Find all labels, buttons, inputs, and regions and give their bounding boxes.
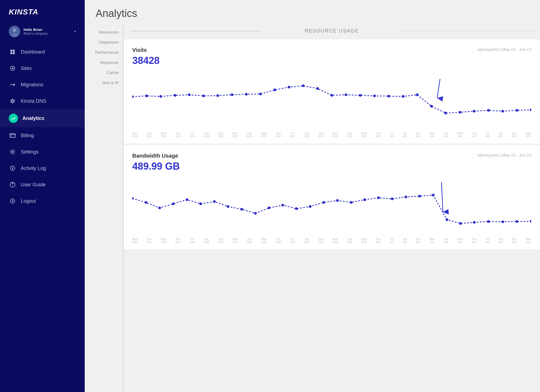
- header-divider-right: [402, 31, 533, 31]
- svg-point-63: [418, 195, 421, 198]
- svg-point-43: [145, 201, 147, 204]
- sub-nav-item-resources[interactable]: Resources: [85, 27, 123, 37]
- x-label: Tue5/22: [247, 238, 252, 244]
- sidebar-item-settings[interactable]: Settings: [0, 144, 85, 160]
- dns-icon: [9, 97, 16, 105]
- svg-point-15: [159, 95, 162, 98]
- x-label: Thu5/24: [275, 132, 281, 138]
- sites-icon: [9, 64, 16, 72]
- svg-point-33: [416, 93, 419, 96]
- sidebar-item-label: Dashboard: [21, 49, 45, 55]
- sidebar-item-label: Activity Log: [21, 166, 46, 171]
- x-label: Sun6/3: [416, 132, 421, 138]
- sub-nav-item-response[interactable]: Response: [85, 57, 123, 67]
- sub-nav-item-geo-ip[interactable]: Geo & IP: [85, 78, 123, 88]
- x-label: Fri6/8: [486, 238, 489, 244]
- svg-point-60: [377, 196, 380, 199]
- x-label: Sat6/2: [403, 238, 407, 244]
- x-label: Sun5/27: [318, 238, 324, 244]
- sidebar-item-logout[interactable]: Logout: [0, 193, 85, 209]
- sidebar-item-kinsta-dns[interactable]: Kinsta DNS: [0, 93, 85, 109]
- svg-point-67: [473, 221, 476, 224]
- x-label: Mon6/11: [526, 132, 531, 138]
- svg-rect-5: [10, 134, 15, 137]
- user-section[interactable]: Hello Brian Brian's company ▾: [0, 23, 85, 44]
- svg-point-52: [268, 207, 270, 209]
- svg-point-62: [404, 196, 407, 198]
- sub-nav-item-cache[interactable]: Cache: [85, 67, 123, 78]
- visits-chart-value: 38428: [132, 55, 531, 66]
- x-label: Thu6/7: [472, 132, 477, 138]
- resource-usage-title: RESOURCE USAGE: [266, 28, 397, 34]
- svg-point-17: [188, 93, 190, 96]
- svg-point-7: [12, 151, 13, 153]
- sidebar-item-migrations[interactable]: Migrations: [0, 76, 85, 93]
- svg-point-27: [330, 94, 333, 97]
- svg-rect-6: [11, 136, 12, 136]
- x-label: Mon5/14: [132, 238, 137, 244]
- svg-point-45: [172, 202, 175, 205]
- x-label: Fri6/1: [390, 238, 394, 244]
- svg-point-71: [530, 220, 531, 223]
- x-label: Sat5/19: [204, 238, 209, 244]
- x-label: Mon6/4: [430, 132, 435, 138]
- svg-point-25: [302, 84, 305, 87]
- x-label: Wed5/23: [261, 238, 266, 244]
- x-label: Tue5/29: [347, 132, 352, 138]
- sidebar-item-dashboard[interactable]: Dashboard: [0, 44, 85, 60]
- svg-point-58: [350, 201, 353, 204]
- user-guide-icon: [9, 181, 16, 188]
- sidebar-item-sites[interactable]: Sites: [0, 60, 85, 76]
- svg-point-20: [231, 93, 233, 96]
- x-label: Mon5/21: [233, 132, 238, 138]
- bandwidth-x-labels: Mon5/14 Tue5/15 Wed5/16 Thu5/17 Fri5/18 …: [132, 238, 531, 244]
- visits-chart-header: Visits wpcoupons | May 13 - Jun 12: [132, 47, 531, 53]
- x-label: Mon5/14: [132, 132, 137, 138]
- sub-nav-item-performance[interactable]: Performance: [85, 47, 123, 57]
- sidebar-item-user-guide[interactable]: User Guide: [0, 176, 85, 193]
- bandwidth-chart-card: Bandwidth Usage wpcoupons | May 13 - Jun…: [124, 145, 540, 249]
- x-label: Thu5/31: [376, 132, 381, 138]
- user-greeting: Hello Brian: [24, 28, 71, 32]
- x-label: Tue5/29: [347, 238, 352, 244]
- bandwidth-chart-value: 489.99 GB: [132, 161, 531, 172]
- svg-point-50: [240, 208, 243, 211]
- x-label: Wed5/30: [361, 238, 367, 244]
- main-nav: Dashboard Sites Migrations: [0, 44, 85, 392]
- x-label: Thu6/7: [472, 238, 477, 244]
- x-label: Mon5/21: [233, 238, 238, 244]
- bandwidth-chart-subtitle: wpcoupons | May 13 - Jun 12: [478, 153, 531, 157]
- x-label: Thu5/17: [175, 238, 181, 244]
- svg-point-37: [473, 110, 476, 113]
- sidebar-item-billing[interactable]: Billing: [0, 127, 85, 144]
- x-label: Tue5/22: [247, 132, 252, 138]
- svg-point-61: [391, 198, 394, 200]
- svg-point-31: [387, 95, 390, 98]
- svg-point-40: [516, 109, 518, 112]
- sidebar-item-analytics[interactable]: Analytics: [0, 109, 85, 127]
- svg-point-28: [345, 93, 347, 96]
- svg-point-21: [245, 93, 248, 96]
- sub-nav-item-dispersion[interactable]: Dispersion: [85, 37, 123, 47]
- sidebar-item-label: Kinsta DNS: [21, 98, 46, 104]
- x-label: Sat6/2: [403, 132, 407, 138]
- visits-chart-subtitle: wpcoupons | May 13 - Jun 12: [478, 47, 531, 52]
- bandwidth-chart-title: Bandwidth Usage: [132, 153, 178, 159]
- svg-point-23: [273, 89, 276, 91]
- x-label: Wed6/6: [457, 238, 463, 244]
- sidebar-item-label: User Guide: [21, 182, 46, 188]
- x-label: Thu5/24: [275, 238, 281, 244]
- svg-point-44: [158, 207, 161, 209]
- svg-point-22: [259, 93, 262, 95]
- x-label: Mon6/4: [430, 238, 435, 244]
- svg-point-26: [316, 87, 319, 90]
- sidebar-item-activity-log[interactable]: Activity Log: [0, 160, 85, 176]
- svg-point-48: [213, 200, 216, 203]
- sidebar-item-label: Billing: [21, 133, 34, 138]
- activity-log-icon: [9, 164, 16, 172]
- x-label: Sat6/9: [498, 132, 503, 138]
- svg-point-4: [12, 67, 13, 69]
- page-header: Analytics: [85, 0, 540, 24]
- chevron-down-icon[interactable]: ▾: [74, 30, 76, 33]
- x-label: Sat5/26: [304, 132, 309, 138]
